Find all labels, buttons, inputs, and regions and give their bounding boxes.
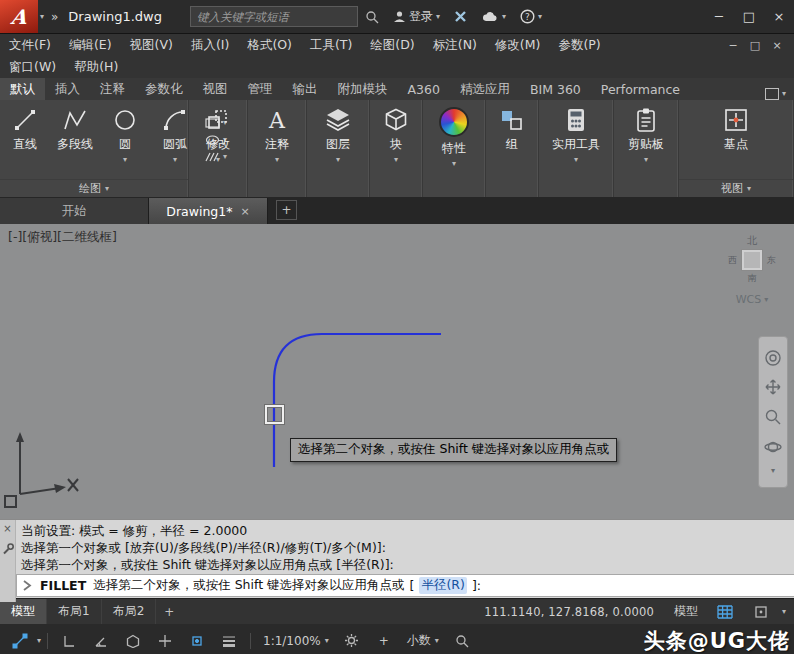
units-dropdown[interactable]: 小数▾ bbox=[401, 632, 445, 649]
viewcube-east-label[interactable]: 东 bbox=[767, 254, 776, 267]
layers-button[interactable]: 图层 ▾ bbox=[307, 100, 369, 197]
viewcube-north-label[interactable]: 北 bbox=[720, 234, 784, 248]
object-snap-icon[interactable] bbox=[182, 629, 212, 653]
application-menu-button[interactable]: A bbox=[0, 0, 38, 33]
menu-view[interactable]: 视图(V) bbox=[121, 34, 182, 56]
annotation-scale-button[interactable]: 1:1/100%▾ bbox=[257, 634, 335, 648]
chevron-down-icon[interactable]: ▾ bbox=[782, 608, 786, 616]
close-tab-icon[interactable]: × bbox=[240, 205, 249, 218]
layout-tab-layout1[interactable]: 布局1 bbox=[47, 599, 102, 624]
utilities-button[interactable]: 实用工具 ▾ bbox=[539, 100, 613, 197]
tab-parametric[interactable]: 参数化 bbox=[135, 78, 193, 100]
menu-dimension[interactable]: 标注(N) bbox=[424, 34, 486, 56]
tab-bim360[interactable]: BIM 360 bbox=[520, 78, 591, 100]
zoom-icon[interactable] bbox=[764, 408, 782, 426]
tab-output[interactable]: 输出 bbox=[283, 78, 328, 100]
layout-tab-layout2[interactable]: 布局2 bbox=[102, 599, 157, 624]
orbit-icon[interactable] bbox=[764, 438, 782, 456]
drawing-canvas[interactable]: [-][俯视][二维线框] 选择第二个对象，或按住 Shift 键选择对象以应用… bbox=[0, 224, 794, 519]
chevron-down-icon[interactable]: ▾ bbox=[452, 160, 456, 168]
doc-restore-button[interactable]: □ bbox=[744, 35, 766, 55]
exchange-apps-icon[interactable] bbox=[454, 10, 467, 23]
menu-draw[interactable]: 绘图(D) bbox=[361, 34, 423, 56]
file-tab-start[interactable]: 开始 bbox=[0, 198, 149, 224]
a360-cloud-button[interactable]: ▾ bbox=[481, 11, 506, 23]
clipboard-button[interactable]: 剪贴板 ▾ bbox=[614, 100, 678, 197]
annotation-button[interactable]: A 注释 ▾ bbox=[248, 100, 306, 197]
customize-wrench-icon[interactable] bbox=[2, 543, 14, 555]
isodraft-icon[interactable] bbox=[118, 629, 148, 653]
chevron-down-icon[interactable]: ▾ bbox=[216, 156, 220, 164]
infer-constraints-icon[interactable] bbox=[5, 629, 35, 653]
polyline-button[interactable]: 多段线 bbox=[50, 100, 100, 179]
chevron-down-icon[interactable]: ▾ bbox=[40, 13, 44, 21]
line-button[interactable]: 直线 bbox=[0, 100, 50, 179]
quick-measure-icon[interactable] bbox=[447, 629, 477, 653]
annotation-autoscale-icon[interactable]: + bbox=[369, 629, 399, 653]
base-point-button[interactable]: 基点 bbox=[711, 100, 761, 179]
close-icon[interactable]: × bbox=[3, 524, 11, 534]
snap-mode-icon[interactable] bbox=[746, 600, 776, 624]
close-button[interactable]: × bbox=[764, 0, 794, 33]
sign-in-button[interactable]: 登录 ▾ bbox=[393, 8, 440, 25]
menu-edit[interactable]: 编辑(E) bbox=[60, 34, 121, 56]
command-input-line[interactable]: FILLET 选择第二个对象，或按住 Shift 键选择对象以应用角点或 [半径… bbox=[16, 574, 794, 597]
search-icon[interactable] bbox=[365, 10, 379, 24]
lineweight-icon[interactable] bbox=[214, 629, 244, 653]
settings-gear-icon[interactable] bbox=[337, 629, 367, 653]
circle-button[interactable]: 圆 ▾ bbox=[100, 100, 150, 179]
view-panel-label[interactable]: 视图▾ bbox=[679, 179, 793, 197]
draw-panel-label[interactable]: 绘图▾ bbox=[0, 179, 188, 197]
menu-help[interactable]: 帮助(H) bbox=[65, 56, 127, 78]
chevron-down-icon[interactable]: ▾ bbox=[336, 156, 340, 164]
tab-featured-apps[interactable]: 精选应用 bbox=[450, 78, 520, 100]
minimize-button[interactable]: ─ bbox=[704, 0, 734, 33]
properties-button[interactable]: 特性 ▾ bbox=[423, 100, 485, 197]
maximize-button[interactable]: □ bbox=[734, 0, 764, 33]
menu-insert[interactable]: 插入(I) bbox=[182, 34, 238, 56]
help-button[interactable]: ? ▾ bbox=[520, 9, 542, 24]
viewcube-west-label[interactable]: 西 bbox=[728, 254, 737, 267]
tab-insert[interactable]: 插入 bbox=[45, 78, 90, 100]
layout-tab-model[interactable]: 模型 bbox=[0, 599, 47, 624]
chevron-down-icon[interactable]: ▾ bbox=[275, 156, 279, 164]
search-input[interactable] bbox=[195, 9, 353, 25]
tab-manage[interactable]: 管理 bbox=[238, 78, 283, 100]
navigation-wheel-icon[interactable] bbox=[764, 349, 782, 367]
chevron-down-icon[interactable]: ▾ bbox=[37, 637, 41, 645]
menu-file[interactable]: 文件(F) bbox=[0, 34, 60, 56]
tab-annotate[interactable]: 注释 bbox=[90, 78, 135, 100]
menu-modify[interactable]: 修改(M) bbox=[486, 34, 550, 56]
tab-view[interactable]: 视图 bbox=[193, 78, 238, 100]
tab-addins[interactable]: 附加模块 bbox=[328, 78, 398, 100]
menu-format[interactable]: 格式(O) bbox=[238, 34, 301, 56]
group-button[interactable]: 组 bbox=[486, 100, 538, 197]
osnap-tracking-icon[interactable] bbox=[150, 629, 180, 653]
navbar-chevron-icon[interactable]: ▾ bbox=[771, 467, 775, 475]
pan-icon[interactable] bbox=[764, 378, 782, 396]
viewcube-face[interactable] bbox=[741, 249, 763, 271]
file-tab-drawing1[interactable]: Drawing1* × bbox=[149, 198, 268, 224]
doc-minimize-button[interactable]: ─ bbox=[722, 35, 744, 55]
radius-option-button[interactable]: 半径(R) bbox=[419, 577, 466, 594]
menu-tools[interactable]: 工具(T) bbox=[301, 34, 361, 56]
quick-access-overflow-icon[interactable]: » bbox=[51, 10, 58, 24]
tab-performance[interactable]: Performance bbox=[591, 78, 690, 100]
ortho-mode-icon[interactable] bbox=[54, 629, 84, 653]
polar-tracking-icon[interactable] bbox=[86, 629, 116, 653]
chevron-down-icon[interactable]: ▾ bbox=[644, 156, 648, 164]
chevron-down-icon[interactable]: ▾ bbox=[394, 156, 398, 164]
wcs-dropdown[interactable]: WCS▾ bbox=[720, 293, 784, 306]
viewcube-south-label[interactable]: 南 bbox=[720, 272, 784, 285]
chevron-down-icon[interactable]: ▾ bbox=[123, 156, 127, 164]
viewcube[interactable]: 北 西 东 南 WCS▾ bbox=[720, 234, 784, 306]
ribbon-display-toggle[interactable]: ▾ bbox=[765, 88, 786, 100]
grid-toggle-icon[interactable] bbox=[710, 600, 740, 624]
chevron-down-icon[interactable]: ▾ bbox=[574, 156, 578, 164]
model-space-toggle[interactable]: 模型 bbox=[668, 603, 704, 620]
chevron-down-icon[interactable]: ▾ bbox=[173, 156, 177, 164]
block-button[interactable]: 块 ▾ bbox=[370, 100, 422, 197]
modify-button[interactable]: 修改 ▾ bbox=[189, 100, 247, 197]
doc-close-button[interactable]: × bbox=[766, 35, 788, 55]
menu-parametric[interactable]: 参数(P) bbox=[549, 34, 609, 56]
